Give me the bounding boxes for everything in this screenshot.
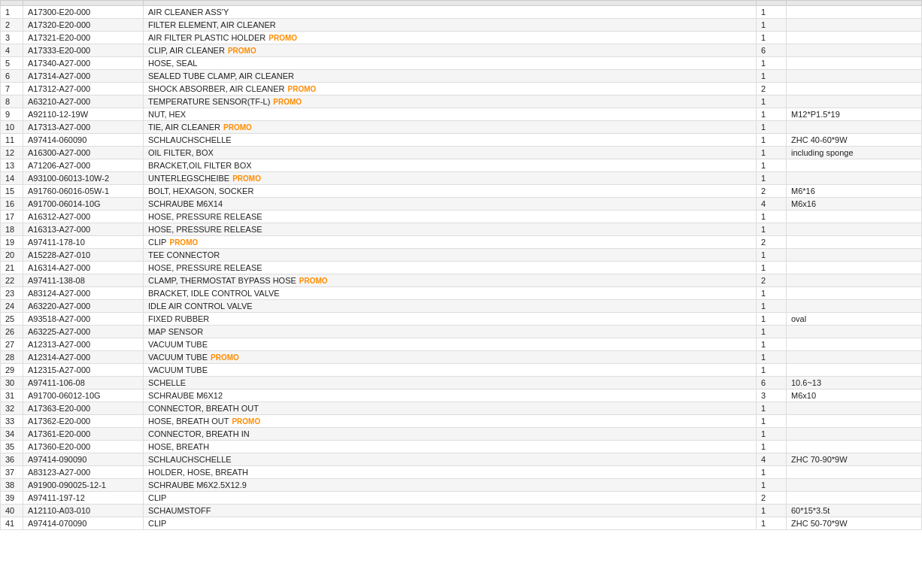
cell-desc: FIXED RUBBER xyxy=(144,313,757,326)
cell-qty: 1 xyxy=(757,262,787,274)
cell-desc: CLIP xyxy=(144,517,757,530)
cell-num: 14 xyxy=(1,172,23,185)
cell-qty: 6 xyxy=(757,377,787,389)
cell-part: A63220-A27-000 xyxy=(23,300,144,313)
cell-num: 3 xyxy=(1,32,23,44)
cell-part: A63225-A27-000 xyxy=(23,326,144,338)
table-row: 9A92110-12-19WNUT, HEX1M12*P1.5*19 xyxy=(1,108,922,121)
cell-note xyxy=(787,274,922,287)
cell-qty: 1 xyxy=(757,6,787,19)
table-body: 1A17300-E20-000AIR CLEANER ASS'Y12A17320… xyxy=(1,6,922,530)
cell-num: 13 xyxy=(1,159,23,172)
cell-qty: 1 xyxy=(757,211,787,223)
cell-part: A97414-060090 xyxy=(23,134,144,147)
cell-num: 8 xyxy=(1,95,23,108)
cell-part: A17321-E20-000 xyxy=(23,32,144,44)
table-row: 16A91700-06014-10GSCHRAUBE M6X144M6x16 xyxy=(1,198,922,211)
table-row: 14A93100-06013-10W-2UNTERLEGSCHEIBEPROMO… xyxy=(1,172,922,185)
cell-qty: 2 xyxy=(757,236,787,249)
cell-part: A17340-A27-000 xyxy=(23,57,144,70)
cell-qty: 1 xyxy=(757,95,787,108)
cell-qty: 1 xyxy=(757,326,787,338)
cell-part: A97411-178-10 xyxy=(23,236,144,249)
cell-desc: AIR FILTER PLASTIC HOLDERPROMO xyxy=(144,32,757,44)
cell-note xyxy=(787,287,922,300)
cell-num: 15 xyxy=(1,185,23,198)
cell-note xyxy=(787,121,922,134)
cell-qty: 1 xyxy=(757,466,787,479)
cell-part: A97411-197-12 xyxy=(23,492,144,505)
cell-desc: SHOCK ABSORBER, AIR CLEANERPROMO xyxy=(144,83,757,95)
cell-part: A63210-A27-000 xyxy=(23,95,144,108)
cell-part: A17360-E20-000 xyxy=(23,441,144,453)
cell-note: 60*15*3.5t xyxy=(787,505,922,517)
cell-desc: CLIP xyxy=(144,492,757,505)
cell-num: 12 xyxy=(1,147,23,159)
cell-desc: HOSE, PRESSURE RELEASE xyxy=(144,262,757,274)
cell-desc: UNTERLEGSCHEIBEPROMO xyxy=(144,172,757,185)
table-row: 19A97411-178-10CLIPPROMO2 xyxy=(1,236,922,249)
cell-note xyxy=(787,441,922,453)
cell-note xyxy=(787,57,922,70)
cell-part: A16314-A27-000 xyxy=(23,262,144,274)
cell-desc: SCHAUMSTOFF xyxy=(144,505,757,517)
cell-note xyxy=(787,492,922,505)
cell-part: A92110-12-19W xyxy=(23,108,144,121)
cell-num: 21 xyxy=(1,262,23,274)
table-row: 40A12110-A03-010SCHAUMSTOFF160*15*3.5t xyxy=(1,505,922,517)
cell-desc: IDLE AIR CONTROL VALVE xyxy=(144,300,757,313)
cell-desc: HOSE, PRESSURE RELEASE xyxy=(144,223,757,236)
cell-num: 28 xyxy=(1,351,23,364)
cell-note: M6x16 xyxy=(787,198,922,211)
cell-qty: 2 xyxy=(757,185,787,198)
cell-note: M12*P1.5*19 xyxy=(787,108,922,121)
cell-qty: 1 xyxy=(757,147,787,159)
table-row: 38A91900-090025-12-1SCHRAUBE M6X2.5X12.9… xyxy=(1,479,922,492)
cell-qty: 3 xyxy=(757,389,787,402)
cell-qty: 1 xyxy=(757,479,787,492)
cell-note xyxy=(787,338,922,351)
cell-note xyxy=(787,326,922,338)
cell-note: M6x10 xyxy=(787,389,922,402)
table-row: 15A91760-06016-05W-1BOLT, HEXAGON, SOCKE… xyxy=(1,185,922,198)
table-row: 27A12313-A27-000VACUUM TUBE1 xyxy=(1,338,922,351)
cell-note xyxy=(787,466,922,479)
cell-desc: SCHLAUCHSCHELLE xyxy=(144,134,757,147)
cell-desc: HOSE, BREATH OUTPROMO xyxy=(144,415,757,428)
cell-note xyxy=(787,262,922,274)
cell-note xyxy=(787,95,922,108)
cell-desc: CONNECTOR, BREATH IN xyxy=(144,428,757,441)
cell-num: 38 xyxy=(1,479,23,492)
table-row: 1A17300-E20-000AIR CLEANER ASS'Y1 xyxy=(1,6,922,19)
promo-badge: PROMO xyxy=(268,34,297,42)
cell-desc: CLIP, AIR CLEANERPROMO xyxy=(144,44,757,57)
cell-desc: SCHLAUCHSCHELLE xyxy=(144,453,757,466)
cell-part: A97411-138-08 xyxy=(23,274,144,287)
table-row: 32A17363-E20-000CONNECTOR, BREATH OUT1 xyxy=(1,402,922,415)
cell-num: 7 xyxy=(1,83,23,95)
parts-table: 1A17300-E20-000AIR CLEANER ASS'Y12A17320… xyxy=(0,0,922,530)
cell-num: 9 xyxy=(1,108,23,121)
promo-badge: PROMO xyxy=(273,98,302,106)
cell-num: 32 xyxy=(1,402,23,415)
cell-part: A17300-E20-000 xyxy=(23,6,144,19)
table-row: 2A17320-E20-000FILTER ELEMENT, AIR CLEAN… xyxy=(1,19,922,32)
cell-desc: SCHELLE xyxy=(144,377,757,389)
cell-note xyxy=(787,211,922,223)
table-row: 25A93518-A27-000FIXED RUBBER1oval xyxy=(1,313,922,326)
cell-note xyxy=(787,428,922,441)
cell-num: 23 xyxy=(1,287,23,300)
cell-desc: AIR CLEANER ASS'Y xyxy=(144,6,757,19)
cell-note xyxy=(787,32,922,44)
cell-part: A97411-106-08 xyxy=(23,377,144,389)
cell-num: 40 xyxy=(1,505,23,517)
cell-num: 35 xyxy=(1,441,23,453)
cell-desc: VACUUM TUBE xyxy=(144,338,757,351)
cell-qty: 1 xyxy=(757,32,787,44)
cell-part: A17312-A27-000 xyxy=(23,83,144,95)
cell-num: 16 xyxy=(1,198,23,211)
table-row: 13A71206-A27-000BRACKET,OIL FILTER BOX1 xyxy=(1,159,922,172)
cell-part: A12313-A27-000 xyxy=(23,338,144,351)
cell-desc: VACUUM TUBE xyxy=(144,364,757,377)
cell-desc: TEMPERATURE SENSOR(TF-L)PROMO xyxy=(144,95,757,108)
